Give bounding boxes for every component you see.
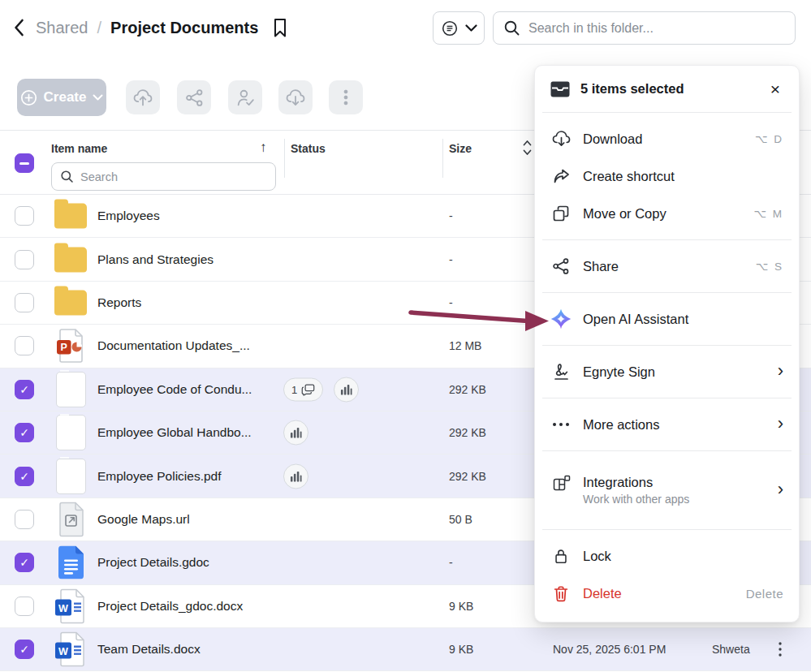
item-name[interactable]: Project Details.gdoc (97, 555, 209, 570)
menu-item-egnyte-sign[interactable]: Egnyte Sign › (542, 353, 792, 390)
share-button[interactable] (177, 80, 211, 114)
row-checkbox[interactable] (15, 250, 34, 269)
folder-search-input[interactable] (528, 21, 785, 36)
row-checkbox[interactable] (15, 293, 34, 312)
user-check-icon (235, 88, 256, 107)
item-size: 9 KB (449, 600, 473, 613)
cloud-upload-icon (132, 88, 153, 107)
row-checkbox[interactable]: ✓ (15, 423, 34, 442)
page-title: Project Documents (110, 19, 258, 37)
lock-icon (550, 547, 572, 565)
row-checkbox[interactable] (15, 206, 34, 226)
chart-badge[interactable] (283, 463, 308, 489)
bookmark-icon (272, 17, 288, 38)
menu-item-create-shortcut[interactable]: Create shortcut (542, 157, 792, 195)
menu-item-delete[interactable]: Delete Delete (542, 575, 792, 612)
item-name[interactable]: Google Maps.url (97, 512, 190, 527)
item-name[interactable]: Project Details_gdoc.docx (97, 599, 243, 614)
column-header-status[interactable]: Status (291, 142, 326, 155)
row-checkbox[interactable]: ✓ (15, 553, 34, 572)
item-name[interactable]: Employees (97, 209, 160, 223)
powerpoint-file-icon: P (52, 328, 89, 364)
row-more-actions-button[interactable] (774, 640, 787, 658)
chart-badge[interactable] (334, 377, 359, 402)
item-name[interactable]: Documentation Updates_... (97, 338, 250, 353)
tray-icon (550, 81, 570, 97)
item-size: 292 KB (449, 383, 486, 396)
row-checkbox[interactable]: ✓ (15, 467, 34, 486)
item-name[interactable]: Plans and Strategies (97, 252, 214, 267)
item-name[interactable]: Employee Global Handbo... (97, 425, 252, 440)
menu-item-open-ai-assistant[interactable]: Open AI Assistant (542, 300, 792, 338)
share-icon (185, 88, 204, 107)
name-filter-input[interactable] (80, 170, 267, 183)
menu-item-integrations[interactable]: Integrations Work with other apps › (542, 459, 792, 522)
signature-icon (550, 362, 572, 381)
item-size: - (449, 253, 453, 266)
folder-search (493, 11, 796, 45)
menu-item-lock[interactable]: Lock (542, 537, 792, 575)
item-size: - (449, 296, 453, 309)
download-button[interactable] (278, 80, 313, 114)
plus-circle-icon (20, 89, 37, 106)
row-checkbox[interactable]: ✓ (15, 380, 34, 399)
back-button[interactable] (11, 16, 27, 39)
row-checkbox[interactable] (15, 510, 34, 529)
approval-button[interactable] (228, 80, 262, 114)
item-modified-date: Nov 25, 2025 6:01 PM (553, 643, 666, 656)
column-header-size[interactable]: Size (449, 142, 472, 155)
menu-item-share[interactable]: Share ⌥ S (542, 248, 792, 285)
svg-text:P: P (61, 342, 67, 354)
more-actions-toolbar-button[interactable] (329, 80, 363, 114)
sort-toggle-icon[interactable] (522, 139, 533, 160)
copy-icon (550, 205, 572, 222)
row-checkbox[interactable]: ✓ (15, 640, 34, 659)
chevron-down-icon (465, 24, 477, 32)
sort-ascending-icon[interactable]: ↑ (260, 140, 267, 156)
folder-icon (52, 290, 89, 315)
create-button[interactable]: Create (17, 79, 106, 116)
comment-count: 1 (291, 383, 297, 395)
more-vertical-icon (337, 88, 355, 106)
google-doc-icon (52, 546, 89, 579)
trash-icon (550, 584, 572, 603)
menu-item-move-or-copy[interactable]: Move or Copy ⌥ M (542, 195, 792, 232)
view-selector-dropdown[interactable] (433, 11, 485, 45)
item-size: 292 KB (449, 426, 486, 439)
item-size: 292 KB (449, 470, 486, 483)
item-name[interactable]: Team Details.docx (97, 642, 201, 657)
shortcut-hint: ⌥ D (755, 132, 783, 145)
table-row[interactable]: ✓ W Team Details.docx 9 KB Nov 25, 2025 … (0, 628, 811, 671)
close-icon[interactable]: × (767, 79, 783, 99)
more-vertical-icon (774, 640, 787, 658)
bar-chart-icon (290, 470, 302, 482)
row-checkbox[interactable] (15, 336, 34, 355)
breadcrumb-parent[interactable]: Shared (36, 19, 88, 37)
search-icon (60, 170, 74, 183)
item-name[interactable]: Reports (97, 295, 141, 310)
select-all-checkbox[interactable] (15, 153, 34, 173)
item-name[interactable]: Employee Code of Condu... (97, 382, 252, 397)
folder-icon (52, 247, 89, 272)
word-file-icon: W (52, 588, 89, 624)
comment-count-badge[interactable]: 1 (283, 377, 323, 401)
menu-item-more-actions[interactable]: More actions › (542, 406, 792, 443)
menu-item-download[interactable]: Download ⌥ D (542, 120, 792, 157)
share-icon (550, 257, 572, 275)
column-header-item-name[interactable]: Item name (51, 142, 107, 155)
selection-context-menu: 5 items selected × Download ⌥ D (534, 65, 800, 622)
row-checkbox[interactable] (15, 597, 34, 616)
folder-icon (52, 204, 89, 229)
item-modified-by: Shweta (712, 643, 750, 656)
shortcut-hint: ⌥ S (756, 260, 783, 273)
bar-chart-icon (290, 427, 302, 439)
upload-button[interactable] (126, 80, 160, 114)
bookmark-button[interactable] (272, 17, 288, 38)
list-circle-icon (441, 19, 459, 37)
word-file-icon: W (52, 631, 89, 667)
chevron-left-icon (13, 18, 25, 37)
item-name[interactable]: Employee Policies.pdf (97, 469, 222, 484)
svg-text:W: W (58, 602, 68, 614)
chart-badge[interactable] (283, 420, 308, 446)
item-size: 12 MB (449, 339, 481, 352)
